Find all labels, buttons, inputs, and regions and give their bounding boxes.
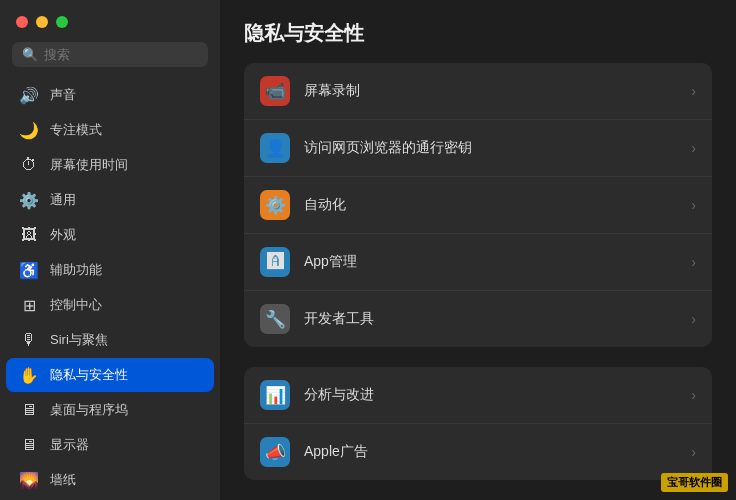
- sidebar-item-siri[interactable]: 🎙 Siri与聚焦: [6, 323, 214, 357]
- row-label-passkey: 访问网页浏览器的通行密钥: [304, 139, 677, 157]
- sidebar-item-appearance[interactable]: 🖼 外观: [6, 218, 214, 252]
- siri-icon: 🎙: [18, 329, 40, 351]
- row-label-devtools: 开发者工具: [304, 310, 677, 328]
- wallpaper-icon: 🌄: [18, 469, 40, 491]
- sidebar-item-label-appearance: 外观: [50, 226, 76, 244]
- sidebar-item-focus[interactable]: 🌙 专注模式: [6, 113, 214, 147]
- analytics-icon: 📊: [260, 380, 290, 410]
- sidebar-item-label-sound: 声音: [50, 86, 76, 104]
- screen-recording-icon: 📹: [260, 76, 290, 106]
- screentime-icon: ⏱: [18, 154, 40, 176]
- settings-row-appleads[interactable]: 📣 Apple广告 ›: [244, 424, 712, 480]
- settings-row-analytics[interactable]: 📊 分析与改进 ›: [244, 367, 712, 424]
- search-box[interactable]: 🔍: [12, 42, 208, 67]
- maximize-button[interactable]: [56, 16, 68, 28]
- chevron-icon-passkey: ›: [691, 140, 696, 156]
- page-title: 隐私与安全性: [244, 20, 712, 47]
- controlcenter-icon: ⊞: [18, 294, 40, 316]
- sidebar-item-wallpaper[interactable]: 🌄 墙纸: [6, 463, 214, 497]
- settings-row-automation[interactable]: ⚙️ 自动化 ›: [244, 177, 712, 234]
- appleads-icon: 📣: [260, 437, 290, 467]
- desktop-icon: 🖥: [18, 399, 40, 421]
- appmanage-icon: 🅰: [260, 247, 290, 277]
- sidebar-item-screentime[interactable]: ⏱ 屏幕使用时间: [6, 148, 214, 182]
- chevron-icon-devtools: ›: [691, 311, 696, 327]
- display-icon: 🖥: [18, 434, 40, 456]
- general-icon: ⚙️: [18, 189, 40, 211]
- sidebar-item-label-accessibility: 辅助功能: [50, 261, 102, 279]
- chevron-icon-automation: ›: [691, 197, 696, 213]
- row-label-appleads: Apple广告: [304, 443, 677, 461]
- sidebar-item-display[interactable]: 🖥 显示器: [6, 428, 214, 462]
- row-label-appmanage: App管理: [304, 253, 677, 271]
- accessibility-icon: ♿: [18, 259, 40, 281]
- search-icon: 🔍: [22, 47, 38, 62]
- settings-group-1: 📹 屏幕录制 › 👤 访问网页浏览器的通行密钥 › ⚙️ 自动化 › 🅰 App…: [244, 63, 712, 347]
- settings-row-screen-recording[interactable]: 📹 屏幕录制 ›: [244, 63, 712, 120]
- row-label-screen-recording: 屏幕录制: [304, 82, 677, 100]
- traffic-lights: [0, 0, 220, 36]
- chevron-icon-screen-recording: ›: [691, 83, 696, 99]
- settings-row-appmanage[interactable]: 🅰 App管理 ›: [244, 234, 712, 291]
- settings-row-passkey[interactable]: 👤 访问网页浏览器的通行密钥 ›: [244, 120, 712, 177]
- sidebar: 🔍 🔊 声音 🌙 专注模式 ⏱ 屏幕使用时间 ⚙️ 通用 🖼 外观 ♿ 辅助功能…: [0, 0, 220, 500]
- sidebar-item-label-display: 显示器: [50, 436, 89, 454]
- devtools-icon: 🔧: [260, 304, 290, 334]
- settings-row-devtools[interactable]: 🔧 开发者工具 ›: [244, 291, 712, 347]
- row-label-analytics: 分析与改进: [304, 386, 677, 404]
- automation-icon: ⚙️: [260, 190, 290, 220]
- sidebar-item-label-privacy: 隐私与安全性: [50, 366, 128, 384]
- sidebar-item-desktop[interactable]: 🖥 桌面与程序坞: [6, 393, 214, 427]
- sidebar-item-label-controlcenter: 控制中心: [50, 296, 102, 314]
- sidebar-list: 🔊 声音 🌙 专注模式 ⏱ 屏幕使用时间 ⚙️ 通用 🖼 外观 ♿ 辅助功能 ⊞…: [0, 77, 220, 500]
- sound-icon: 🔊: [18, 84, 40, 106]
- chevron-icon-appleads: ›: [691, 444, 696, 460]
- sidebar-item-label-screentime: 屏幕使用时间: [50, 156, 128, 174]
- sidebar-item-sound[interactable]: 🔊 声音: [6, 78, 214, 112]
- focus-icon: 🌙: [18, 119, 40, 141]
- sidebar-item-label-wallpaper: 墙纸: [50, 471, 76, 489]
- sidebar-item-label-general: 通用: [50, 191, 76, 209]
- chevron-icon-appmanage: ›: [691, 254, 696, 270]
- sidebar-item-privacy[interactable]: ✋ 隐私与安全性: [6, 358, 214, 392]
- main-content: 隐私与安全性 📹 屏幕录制 › 👤 访问网页浏览器的通行密钥 › ⚙️ 自动化 …: [220, 0, 736, 500]
- passkey-icon: 👤: [260, 133, 290, 163]
- sidebar-item-label-siri: Siri与聚焦: [50, 331, 108, 349]
- watermark-label: 宝哥软件圈: [661, 473, 728, 492]
- minimize-button[interactable]: [36, 16, 48, 28]
- sidebar-item-controlcenter[interactable]: ⊞ 控制中心: [6, 288, 214, 322]
- sidebar-item-accessibility[interactable]: ♿ 辅助功能: [6, 253, 214, 287]
- sidebar-item-general[interactable]: ⚙️ 通用: [6, 183, 214, 217]
- settings-group-2: 📊 分析与改进 › 📣 Apple广告 ›: [244, 367, 712, 480]
- sidebar-item-label-focus: 专注模式: [50, 121, 102, 139]
- appearance-icon: 🖼: [18, 224, 40, 246]
- chevron-icon-analytics: ›: [691, 387, 696, 403]
- privacy-icon: ✋: [18, 364, 40, 386]
- close-button[interactable]: [16, 16, 28, 28]
- search-input[interactable]: [44, 47, 198, 62]
- sidebar-item-label-desktop: 桌面与程序坞: [50, 401, 128, 419]
- row-label-automation: 自动化: [304, 196, 677, 214]
